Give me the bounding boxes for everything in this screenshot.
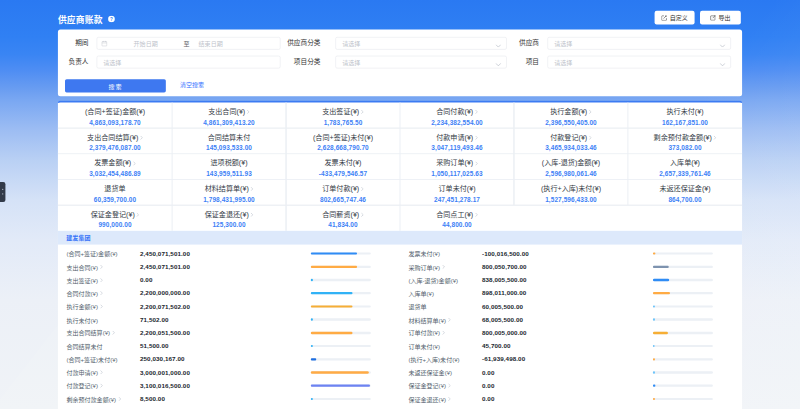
svg-text:?: ? [110, 17, 113, 22]
